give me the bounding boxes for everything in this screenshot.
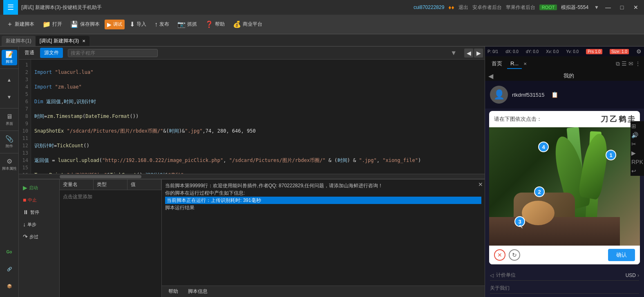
- step-button[interactable]: ↓ 单步: [20, 219, 58, 229]
- help-button[interactable]: ❓ 帮助: [202, 19, 228, 30]
- captcha-num-3[interactable]: 3: [514, 216, 525, 227]
- right-ctrl-4[interactable]: ▶: [631, 150, 643, 156]
- status-prs: Prs 1.0: [586, 49, 602, 54]
- sidebar-go-icon[interactable]: Go: [2, 244, 17, 259]
- tab-normal-label: 普通: [25, 50, 34, 55]
- tab-normal[interactable]: 普通: [20, 48, 38, 58]
- menu-item-currency[interactable]: ◁ 计价单位 USD ›: [490, 270, 639, 281]
- phone-tab-area: 首页 R... ✕: [488, 58, 527, 69]
- captcha-cancel-button[interactable]: ✕: [494, 249, 505, 261]
- var-body: 点击这里添加: [60, 190, 161, 297]
- captcha-num-4[interactable]: 4: [538, 142, 549, 152]
- tab-bar: 新建脚本(1) [调试] 新建脚本(3) ✕: [0, 34, 644, 47]
- phone-mail-icon[interactable]: ✉: [628, 60, 633, 67]
- plant-leaf-2: [578, 132, 611, 200]
- new-script-button[interactable]: ＋ 新建脚本: [3, 18, 38, 30]
- logout-btn[interactable]: 退出: [458, 4, 468, 11]
- phone-tab-r[interactable]: R...: [507, 59, 522, 69]
- tab-label-2: [调试] 新建脚本(3): [40, 38, 79, 44]
- step-over-button[interactable]: ↷ 步过: [20, 232, 58, 242]
- right-ctrl-2[interactable]: 🔊: [631, 132, 643, 138]
- pause-button[interactable]: ⏸ 暂停: [20, 207, 58, 217]
- tab-source[interactable]: 源文件: [40, 48, 63, 58]
- menu-icon[interactable]: ☰: [3, 0, 18, 15]
- sidebar-link-icon[interactable]: 🔗: [2, 261, 17, 277]
- log-panel: ✕ 当前脚本第99999行：欢迎使用能叫兽插件,作者QQ: 870222829,…: [162, 180, 485, 297]
- open-button[interactable]: 📁 打开: [39, 19, 65, 30]
- code-editor[interactable]: 12345 678910 111213141516 Import "luacur…: [19, 60, 485, 179]
- debug-sidebar: ▶ 启动 ■ 中止 ⏸ 暂停 ↓ 单步 ↷ 步过: [19, 180, 60, 297]
- dropdown-icon[interactable]: ▼: [594, 4, 599, 10]
- pause-label: 暂停: [30, 209, 39, 215]
- start-button[interactable]: ▶ 启动: [20, 183, 58, 193]
- attachment-sym-icon: 📎: [5, 135, 13, 143]
- nav-next-button[interactable]: ▶: [474, 49, 483, 58]
- copy-icon[interactable]: ⧉: [616, 60, 620, 67]
- biz-platform-button[interactable]: 💰 商业平台: [230, 19, 266, 30]
- stop-button[interactable]: ■ 中止: [20, 195, 58, 205]
- captcha-num-1[interactable]: 1: [606, 150, 616, 160]
- profile-edit-icon[interactable]: 📋: [551, 91, 558, 98]
- sidebar-collapse-up[interactable]: ▲: [2, 72, 17, 88]
- captcha-confirm-button[interactable]: 确认: [608, 249, 635, 261]
- min-button[interactable]: —: [603, 2, 613, 12]
- sidebar-divider-4: [0, 153, 18, 153]
- code-line: SnapShotEx "/sdcard/Pictures/图片/rbdex币圈/…: [34, 127, 481, 135]
- save-button[interactable]: 💾 保存脚本: [67, 19, 103, 30]
- log-close-button[interactable]: ✕: [478, 181, 483, 188]
- menu-item-about[interactable]: 关于我们: [490, 283, 639, 294]
- captcha-char-2: 乙: [610, 114, 617, 124]
- save-icon: 💾: [70, 20, 78, 28]
- phone-tab-home[interactable]: 首页: [488, 58, 505, 69]
- nav-arrows: ◀ ▶: [464, 49, 483, 58]
- browser-back-icon[interactable]: ◀: [488, 72, 493, 80]
- nav-prev-button[interactable]: ◀: [464, 49, 473, 58]
- right-ctrl-3[interactable]: ✂: [631, 141, 643, 147]
- menu-item-about-left: 关于我们: [490, 285, 510, 292]
- tab-close-icon[interactable]: ✕: [82, 39, 85, 43]
- sidebar-screen-label: 界面: [6, 121, 13, 126]
- debug-button[interactable]: ▶ 调试: [105, 20, 125, 29]
- tab-debug-script-3[interactable]: [调试] 新建脚本(3) ✕: [36, 36, 90, 46]
- title-right-area: cui870222829 ♦♦ 退出 安卓作者后台 苹果作者后台 ROOT 模拟…: [414, 2, 641, 12]
- script-sym-icon: 📝: [5, 51, 13, 58]
- tab-new-script-1[interactable]: 新建脚本(1): [2, 36, 36, 46]
- close-button[interactable]: ✕: [631, 2, 641, 12]
- script-info-btn[interactable]: 脚本信息: [185, 287, 211, 296]
- settings-icon[interactable]: ⚙: [636, 48, 642, 55]
- search-input[interactable]: [68, 49, 158, 57]
- max-button[interactable]: □: [617, 2, 627, 12]
- right-ctrl-6[interactable]: ↩: [631, 168, 643, 174]
- captcha-dialog: 请在下图依次点击： 刀 乙 鹤 圭: [489, 111, 640, 264]
- phone-menu-icon[interactable]: ☰: [622, 60, 627, 67]
- right-ctrl-1[interactable]: ⊞: [631, 123, 643, 129]
- horizontal-scrollbar[interactable]: [19, 174, 485, 179]
- sidebar-box-icon[interactable]: 📦: [2, 278, 17, 294]
- import-icon: ⬇: [130, 20, 135, 28]
- capture-button[interactable]: 📷 抓抓: [174, 19, 200, 30]
- help-footer-btn[interactable]: 帮助: [165, 287, 181, 296]
- sidebar-screen-icon[interactable]: 🖥 界面: [2, 112, 17, 127]
- sidebar-collapse-down[interactable]: ▼: [2, 89, 17, 105]
- code-content[interactable]: Import "luacurl.lua" Import "zm.luae" Di…: [31, 60, 485, 174]
- right-ctrl-5[interactable]: RPK: [631, 159, 643, 165]
- main-content: 📝 脚本 ▲ ▼ 🖥 界面 📎 附件 ⚙ 脚本属性 Go 🔗 📦: [0, 47, 644, 297]
- captcha-image-area[interactable]: 4 1 2 3 ↖: [489, 127, 640, 246]
- android-backend-btn[interactable]: 安卓作者后台: [472, 4, 502, 11]
- step-icon: ↓: [23, 221, 26, 228]
- ios-backend-btn[interactable]: 苹果作者后台: [506, 4, 535, 11]
- captcha-num-2[interactable]: 2: [534, 186, 545, 197]
- add-var-hint[interactable]: 点击这里添加: [63, 193, 158, 200]
- sidebar-props-icon[interactable]: ⚙ 脚本属性: [2, 157, 17, 172]
- publish-button[interactable]: ↑ 发布: [151, 19, 172, 30]
- tab-source-label: 源文件: [44, 50, 59, 55]
- tab-close-r-icon[interactable]: ✕: [523, 62, 527, 66]
- phone-extra-icon[interactable]: ⋮: [635, 60, 641, 67]
- log-line-3[interactable]: 当前脚本正在运行：上传识别耗时: 391毫秒: [165, 197, 481, 204]
- log-content: 当前脚本第99999行：欢迎使用能叫兽插件,作者QQ: 870222829,任何…: [162, 180, 485, 286]
- import-button[interactable]: ⬇ 导入: [126, 19, 150, 30]
- captcha-refresh-button[interactable]: ↻: [509, 249, 520, 261]
- log-line-1: 当前脚本第99999行：欢迎使用能叫兽插件,作者QQ: 870222829,任何…: [165, 182, 481, 189]
- sidebar-attachment-icon[interactable]: 📎 附件: [2, 134, 17, 150]
- sidebar-script-icon[interactable]: 📝 脚本: [2, 50, 17, 65]
